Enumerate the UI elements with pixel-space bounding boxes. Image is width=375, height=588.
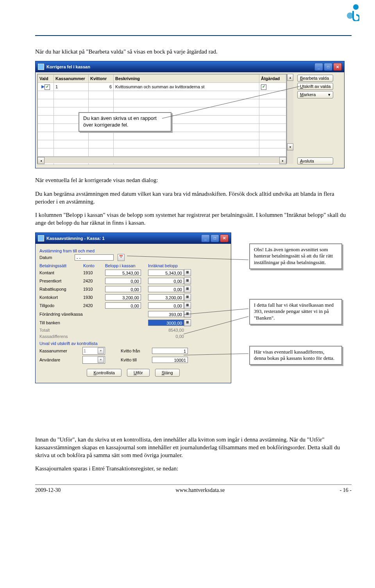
totalt-label: Totalt bbox=[39, 328, 148, 332]
header-rule bbox=[35, 35, 352, 36]
calendar-icon[interactable]: 📅 bbox=[118, 254, 125, 261]
inraknat-belopp-input[interactable]: 5,343,00 bbox=[148, 270, 184, 276]
svg-point-1 bbox=[347, 13, 353, 19]
utskrift-av-valda-button[interactable]: Utskrift av valda bbox=[297, 83, 333, 90]
scroll-right-button[interactable]: ▸ bbox=[279, 157, 286, 164]
payment-name: Kontant bbox=[39, 270, 83, 275]
belopp-i-kassan-input[interactable]: 0,00 bbox=[105, 278, 141, 284]
body-paragraph-6: Kassajournalen sparas i Entré Transaktio… bbox=[35, 465, 352, 472]
col-belopp: Belopp i kassan bbox=[105, 263, 148, 268]
kvittotill-input[interactable]: 10001 bbox=[152, 357, 188, 363]
maximize-button[interactable]: □ bbox=[211, 234, 219, 242]
minimize-button[interactable]: _ bbox=[314, 63, 323, 71]
inraknat-belopp-input[interactable]: 3,200,00 bbox=[148, 294, 184, 300]
payment-row: Presentkort24200,000,00▦ bbox=[39, 277, 227, 284]
col-vald[interactable]: Vald bbox=[38, 75, 54, 83]
kvittofran-label: Kvitto från bbox=[121, 349, 152, 353]
calculator-icon[interactable]: ▦ bbox=[184, 286, 191, 293]
col-konto: Konto bbox=[83, 263, 105, 268]
section-header-urval: Urval vid utskrift av kontrollista bbox=[39, 341, 227, 346]
section-header-avstamning: Avstämning fram till och med bbox=[39, 248, 227, 253]
kassadifferens-value: 0,00 bbox=[148, 334, 184, 339]
callout-utskrift: Du kan även skriva ut en rapport över ko… bbox=[79, 112, 171, 132]
close-button[interactable]: ✕ bbox=[333, 63, 342, 71]
belopp-i-kassan-input[interactable]: 0,00 bbox=[105, 286, 141, 292]
payment-konto: 1910 bbox=[83, 270, 105, 275]
titlebar[interactable]: Kassaavstämning - Kassa: 1 _ □ ✕ bbox=[36, 233, 231, 244]
kassadifferens-label: Kassadifferens bbox=[39, 334, 148, 339]
kvittotill-label: Kvitto till bbox=[121, 357, 152, 362]
forandring-label: Förändring växelkassa bbox=[39, 312, 148, 316]
callout-kassadifferens: Här visas eventuell kassadifferens, denn… bbox=[249, 346, 342, 365]
belopp-i-kassan-input[interactable]: 3,200,00 bbox=[105, 294, 141, 300]
inraknat-belopp-input[interactable]: 0,00 bbox=[148, 302, 184, 309]
window-title: Kassaavstämning - Kassa: 1 bbox=[46, 236, 105, 241]
datum-input[interactable]: - - bbox=[75, 254, 114, 261]
footer-date: 2009-12-30 bbox=[35, 487, 61, 493]
app-icon bbox=[38, 235, 44, 241]
close-button[interactable]: ✕ bbox=[220, 234, 229, 242]
calculator-icon[interactable]: ▦ bbox=[184, 277, 191, 284]
payment-konto: 2420 bbox=[83, 279, 105, 283]
avsluta-button[interactable]: Avsluta bbox=[297, 157, 333, 164]
app-icon bbox=[38, 64, 44, 70]
body-paragraph-3: Du kan begränsa avstämningen med datum v… bbox=[35, 190, 352, 206]
brand-logo bbox=[346, 4, 359, 24]
calculator-icon[interactable]: ▦ bbox=[184, 302, 191, 309]
datum-label: Datum bbox=[39, 255, 71, 260]
callout-betalningssatt: Obs! Läs även igenom avsnittet som hante… bbox=[249, 243, 342, 270]
payment-name: Tillgodo bbox=[39, 303, 83, 308]
kvittofran-input[interactable]: 1 bbox=[152, 348, 188, 354]
payment-row: Rabattkupong19100,000,00▦ bbox=[39, 286, 227, 293]
callout-vaxelkassa: I detta fall har vi ökat växelkassan med… bbox=[249, 299, 342, 325]
inraknat-belopp-input[interactable]: 0,00 bbox=[148, 278, 184, 284]
anvandare-dropdown[interactable]: ▾ bbox=[82, 356, 105, 364]
kontrollista-button[interactable]: Kontrollista bbox=[87, 369, 121, 377]
bearbeta-valda-button[interactable]: Bearbeta valda bbox=[297, 75, 333, 82]
col-kassanummer[interactable]: Kassanummer bbox=[54, 75, 89, 83]
table-row[interactable]: ▶✓ 1 6 Kvittosumman och summan av kvitto… bbox=[38, 83, 286, 91]
vertical-scrollbar[interactable]: ▴ ▾ bbox=[287, 74, 293, 164]
payment-konto: 1930 bbox=[83, 295, 105, 300]
scroll-left-button[interactable]: ◂ bbox=[38, 157, 45, 164]
col-betalningssatt: Betalningssätt bbox=[39, 263, 83, 268]
utfor-button[interactable]: Utför bbox=[127, 369, 150, 377]
belopp-i-kassan-input[interactable]: 0,00 bbox=[105, 302, 141, 309]
body-paragraph-1: När du har klickat på "Bearbeta valda" s… bbox=[35, 48, 352, 55]
col-atgardad[interactable]: Åtgärdad bbox=[259, 75, 286, 83]
chevron-down-icon: ▾ bbox=[98, 348, 104, 354]
col-kvittonr[interactable]: Kvittonr bbox=[89, 75, 114, 83]
body-paragraph-2: När eventuella fel är korrigerade visas … bbox=[35, 176, 352, 184]
maximize-button[interactable]: □ bbox=[324, 63, 332, 71]
col-beskrivning[interactable]: Beskrivning bbox=[114, 75, 259, 83]
body-paragraph-4: I kolumnen "Belopp i kassan" visas de be… bbox=[35, 211, 352, 227]
tillbanken-input[interactable]: 3000,00 bbox=[148, 320, 184, 326]
payment-konto: 1910 bbox=[83, 287, 105, 291]
inraknat-belopp-input[interactable]: 0,00 bbox=[148, 286, 184, 292]
calculator-icon[interactable]: ▦ bbox=[184, 311, 191, 318]
payment-name: Kontokort bbox=[39, 295, 83, 300]
scroll-up-button[interactable]: ▴ bbox=[287, 74, 293, 81]
titlebar[interactable]: Korrigera fel i kassan _ □ ✕ bbox=[36, 61, 344, 72]
calculator-icon[interactable]: ▦ bbox=[184, 319, 191, 326]
check-icon[interactable]: ✓ bbox=[45, 84, 50, 90]
kassanummer-dropdown[interactable]: 1▾ bbox=[82, 347, 105, 355]
payment-konto: 2420 bbox=[83, 303, 105, 308]
stang-button[interactable]: Stäng bbox=[155, 369, 180, 377]
markera-button[interactable]: Markera▾ bbox=[297, 91, 333, 98]
payment-row: Kontokort19303,200,003,200,00▦ bbox=[39, 294, 227, 301]
payment-row: Tillgodo24200,000,00▦ bbox=[39, 302, 227, 309]
window-title: Korrigera fel i kassan bbox=[46, 64, 90, 69]
minimize-button[interactable]: _ bbox=[201, 234, 210, 242]
belopp-i-kassan-input[interactable]: 5,343,00 bbox=[105, 270, 141, 276]
calculator-icon[interactable]: ▦ bbox=[184, 294, 191, 301]
check-icon[interactable]: ✓ bbox=[261, 84, 266, 90]
scroll-down-button[interactable]: ▾ bbox=[287, 143, 293, 150]
forandring-input[interactable]: 393,00 bbox=[148, 311, 184, 317]
footer-page: - 16 - bbox=[340, 487, 352, 493]
page-footer: 2009-12-30 www.hantverksdata.se - 16 - bbox=[35, 484, 352, 493]
calculator-icon[interactable]: ▦ bbox=[184, 269, 191, 276]
tillbanken-label: Till banken bbox=[39, 320, 148, 325]
body-paragraph-5: Innan du "Utför", kan du skriva ut en ko… bbox=[35, 436, 352, 459]
payment-row: Kontant19105,343,005,343,00▦ bbox=[39, 269, 227, 276]
